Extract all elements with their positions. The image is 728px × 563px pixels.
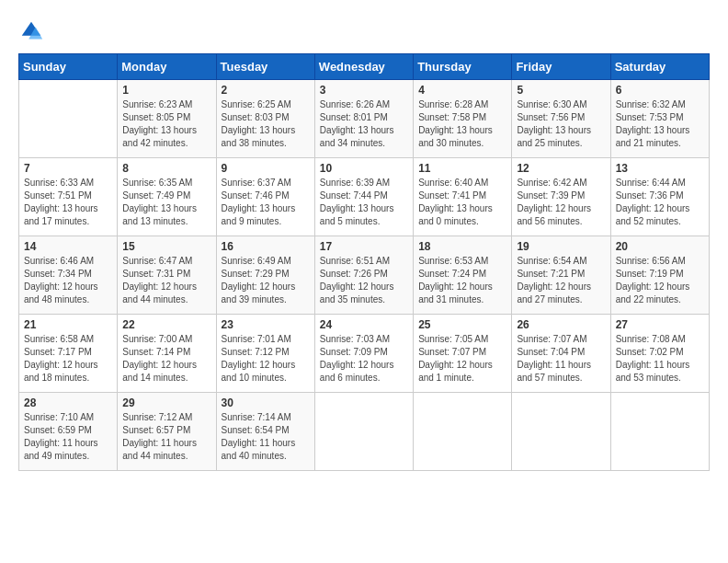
calendar-cell: 22Sunrise: 7:00 AM Sunset: 7:14 PM Dayli… — [118, 315, 216, 393]
calendar-cell: 7Sunrise: 6:33 AM Sunset: 7:51 PM Daylig… — [19, 158, 118, 236]
week-row-1: 1Sunrise: 6:23 AM Sunset: 8:05 PM Daylig… — [19, 80, 710, 158]
day-info: Sunrise: 6:40 AM Sunset: 7:41 PM Dayligh… — [418, 177, 506, 228]
day-number: 10 — [320, 162, 408, 175]
day-info: Sunrise: 6:58 AM Sunset: 7:17 PM Dayligh… — [24, 333, 112, 385]
day-info: Sunrise: 6:49 AM Sunset: 7:29 PM Dayligh… — [222, 255, 310, 306]
calendar-cell: 13Sunrise: 6:44 AM Sunset: 7:36 PM Dayli… — [610, 158, 709, 236]
day-of-week-saturday: Saturday — [610, 54, 709, 80]
calendar-cell: 9Sunrise: 6:37 AM Sunset: 7:46 PM Daylig… — [216, 158, 314, 236]
day-number: 28 — [24, 396, 112, 409]
days-of-week-row: SundayMondayTuesdayWednesdayThursdayFrid… — [19, 54, 710, 80]
day-number: 29 — [122, 396, 210, 409]
day-number: 22 — [122, 318, 210, 331]
day-info: Sunrise: 6:53 AM Sunset: 7:24 PM Dayligh… — [418, 255, 506, 306]
day-info: Sunrise: 7:08 AM Sunset: 7:02 PM Dayligh… — [616, 333, 704, 385]
day-number: 6 — [616, 84, 704, 97]
calendar-cell: 20Sunrise: 6:56 AM Sunset: 7:19 PM Dayli… — [610, 236, 709, 315]
calendar-cell: 16Sunrise: 6:49 AM Sunset: 7:29 PM Dayli… — [216, 236, 314, 315]
calendar-cell: 1Sunrise: 6:23 AM Sunset: 8:05 PM Daylig… — [118, 80, 216, 158]
day-info: Sunrise: 6:39 AM Sunset: 7:44 PM Dayligh… — [320, 177, 408, 228]
day-number: 24 — [320, 318, 408, 331]
day-number: 13 — [616, 162, 704, 175]
day-number: 30 — [222, 396, 310, 409]
calendar-cell — [414, 393, 512, 471]
day-info: Sunrise: 7:14 AM Sunset: 6:54 PM Dayligh… — [222, 411, 310, 463]
day-info: Sunrise: 6:26 AM Sunset: 8:01 PM Dayligh… — [320, 98, 408, 150]
day-info: Sunrise: 6:28 AM Sunset: 7:58 PM Dayligh… — [418, 98, 506, 150]
day-info: Sunrise: 6:46 AM Sunset: 7:34 PM Dayligh… — [24, 255, 112, 306]
day-number: 7 — [24, 162, 112, 175]
day-info: Sunrise: 6:44 AM Sunset: 7:36 PM Dayligh… — [616, 177, 704, 228]
day-number: 26 — [517, 318, 605, 331]
day-info: Sunrise: 6:23 AM Sunset: 8:05 PM Dayligh… — [122, 98, 210, 150]
day-number: 20 — [616, 240, 704, 253]
day-info: Sunrise: 6:25 AM Sunset: 8:03 PM Dayligh… — [222, 98, 310, 150]
day-number: 9 — [222, 162, 310, 175]
page-header — [18, 18, 710, 44]
calendar-cell: 24Sunrise: 7:03 AM Sunset: 7:09 PM Dayli… — [314, 315, 413, 393]
day-info: Sunrise: 6:33 AM Sunset: 7:51 PM Dayligh… — [24, 177, 112, 228]
calendar-cell: 26Sunrise: 7:07 AM Sunset: 7:04 PM Dayli… — [512, 315, 610, 393]
day-number: 19 — [517, 240, 605, 253]
calendar-cell — [610, 393, 709, 471]
day-info: Sunrise: 7:00 AM Sunset: 7:14 PM Dayligh… — [122, 333, 210, 385]
day-number: 18 — [418, 240, 506, 253]
day-number: 8 — [122, 162, 210, 175]
week-row-5: 28Sunrise: 7:10 AM Sunset: 6:59 PM Dayli… — [19, 393, 710, 471]
day-info: Sunrise: 6:56 AM Sunset: 7:19 PM Dayligh… — [616, 255, 704, 306]
calendar-cell: 12Sunrise: 6:42 AM Sunset: 7:39 PM Dayli… — [512, 158, 610, 236]
calendar-cell: 11Sunrise: 6:40 AM Sunset: 7:41 PM Dayli… — [414, 158, 512, 236]
day-of-week-friday: Friday — [512, 54, 610, 80]
day-info: Sunrise: 7:05 AM Sunset: 7:07 PM Dayligh… — [418, 333, 506, 385]
week-row-2: 7Sunrise: 6:33 AM Sunset: 7:51 PM Daylig… — [19, 158, 710, 236]
day-number: 11 — [418, 162, 506, 175]
calendar-cell: 10Sunrise: 6:39 AM Sunset: 7:44 PM Dayli… — [314, 158, 413, 236]
day-of-week-sunday: Sunday — [19, 54, 118, 80]
logo — [18, 18, 48, 44]
calendar-cell: 2Sunrise: 6:25 AM Sunset: 8:03 PM Daylig… — [216, 80, 314, 158]
calendar-cell — [512, 393, 610, 471]
day-info: Sunrise: 7:07 AM Sunset: 7:04 PM Dayligh… — [517, 333, 605, 385]
calendar-cell: 29Sunrise: 7:12 AM Sunset: 6:57 PM Dayli… — [118, 393, 216, 471]
calendar-cell: 6Sunrise: 6:32 AM Sunset: 7:53 PM Daylig… — [610, 80, 709, 158]
day-info: Sunrise: 6:42 AM Sunset: 7:39 PM Dayligh… — [517, 177, 605, 228]
day-number: 23 — [222, 318, 310, 331]
day-info: Sunrise: 6:35 AM Sunset: 7:49 PM Dayligh… — [122, 177, 210, 228]
day-number: 15 — [122, 240, 210, 253]
day-number: 21 — [24, 318, 112, 331]
day-number: 16 — [222, 240, 310, 253]
calendar-cell: 14Sunrise: 6:46 AM Sunset: 7:34 PM Dayli… — [19, 236, 118, 315]
calendar-cell: 28Sunrise: 7:10 AM Sunset: 6:59 PM Dayli… — [19, 393, 118, 471]
calendar-cell: 18Sunrise: 6:53 AM Sunset: 7:24 PM Dayli… — [414, 236, 512, 315]
day-info: Sunrise: 7:10 AM Sunset: 6:59 PM Dayligh… — [24, 411, 112, 463]
day-number: 5 — [517, 84, 605, 97]
week-row-3: 14Sunrise: 6:46 AM Sunset: 7:34 PM Dayli… — [19, 236, 710, 315]
day-info: Sunrise: 6:30 AM Sunset: 7:56 PM Dayligh… — [517, 98, 605, 150]
calendar-cell: 3Sunrise: 6:26 AM Sunset: 8:01 PM Daylig… — [314, 80, 413, 158]
day-number: 12 — [517, 162, 605, 175]
calendar-cell: 17Sunrise: 6:51 AM Sunset: 7:26 PM Dayli… — [314, 236, 413, 315]
day-info: Sunrise: 7:01 AM Sunset: 7:12 PM Dayligh… — [222, 333, 310, 385]
calendar-cell: 23Sunrise: 7:01 AM Sunset: 7:12 PM Dayli… — [216, 315, 314, 393]
day-number: 14 — [24, 240, 112, 253]
calendar-cell: 19Sunrise: 6:54 AM Sunset: 7:21 PM Dayli… — [512, 236, 610, 315]
day-number: 1 — [122, 84, 210, 97]
calendar-cell: 30Sunrise: 7:14 AM Sunset: 6:54 PM Dayli… — [216, 393, 314, 471]
calendar-cell: 8Sunrise: 6:35 AM Sunset: 7:49 PM Daylig… — [118, 158, 216, 236]
day-number: 2 — [222, 84, 310, 97]
day-number: 4 — [418, 84, 506, 97]
day-of-week-wednesday: Wednesday — [314, 54, 413, 80]
calendar-cell: 25Sunrise: 7:05 AM Sunset: 7:07 PM Dayli… — [414, 315, 512, 393]
day-of-week-tuesday: Tuesday — [216, 54, 314, 80]
logo-icon — [18, 18, 44, 44]
day-info: Sunrise: 6:54 AM Sunset: 7:21 PM Dayligh… — [517, 255, 605, 306]
calendar-cell: 27Sunrise: 7:08 AM Sunset: 7:02 PM Dayli… — [610, 315, 709, 393]
day-info: Sunrise: 7:03 AM Sunset: 7:09 PM Dayligh… — [320, 333, 408, 385]
day-number: 17 — [320, 240, 408, 253]
calendar-table: SundayMondayTuesdayWednesdayThursdayFrid… — [18, 53, 710, 471]
calendar-cell: 21Sunrise: 6:58 AM Sunset: 7:17 PM Dayli… — [19, 315, 118, 393]
calendar-body: 1Sunrise: 6:23 AM Sunset: 8:05 PM Daylig… — [19, 80, 710, 471]
calendar-cell: 15Sunrise: 6:47 AM Sunset: 7:31 PM Dayli… — [118, 236, 216, 315]
day-number: 25 — [418, 318, 506, 331]
calendar-cell: 4Sunrise: 6:28 AM Sunset: 7:58 PM Daylig… — [414, 80, 512, 158]
